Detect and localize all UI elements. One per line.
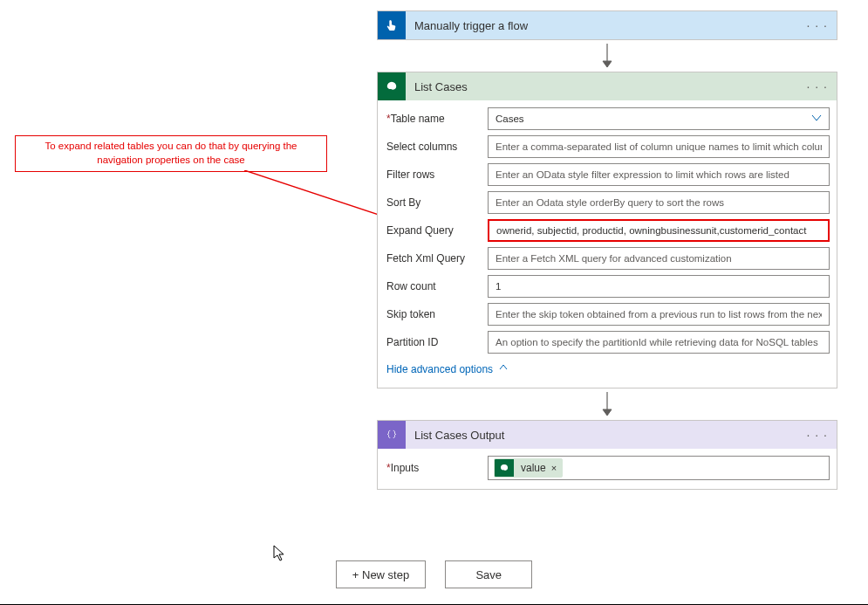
fetch-xml-label: Fetch Xml Query: [385, 252, 488, 265]
flow-connector: [377, 40, 837, 72]
expand-query-label: Expand Query: [385, 224, 488, 237]
list-cases-card[interactable]: List Cases · · · *Table name Select colu…: [377, 72, 837, 388]
partition-id-input[interactable]: [488, 331, 830, 354]
row-count-input[interactable]: [488, 275, 830, 298]
skip-token-label: Skip token: [385, 308, 488, 320]
annotation-text: To expand related tables you can do that…: [24, 140, 318, 167]
trigger-menu[interactable]: · · ·: [798, 18, 837, 32]
skip-token-input[interactable]: [488, 303, 830, 326]
hide-advanced-toggle[interactable]: Hide advanced options: [385, 359, 510, 384]
list-cases-menu[interactable]: · · ·: [798, 79, 837, 93]
list-cases-title: List Cases: [406, 80, 798, 93]
expand-query-input[interactable]: [488, 219, 830, 242]
new-step-button[interactable]: + New step: [336, 560, 426, 588]
chip-remove[interactable]: ×: [551, 463, 562, 473]
filter-rows-input[interactable]: [488, 163, 830, 186]
select-columns-input[interactable]: [488, 135, 830, 158]
partition-id-label: Partition ID: [385, 336, 488, 348]
select-columns-label: Select columns: [385, 141, 488, 153]
trigger-title: Manually trigger a flow: [406, 19, 798, 32]
inputs-field[interactable]: value ×: [488, 456, 830, 480]
chevron-up-icon: [498, 362, 509, 375]
chip-label: value: [514, 462, 551, 474]
flow-connector: [377, 388, 837, 420]
trigger-card[interactable]: Manually trigger a flow · · ·: [377, 10, 837, 40]
annotation-callout: To expand related tables you can do that…: [15, 135, 327, 172]
dataverse-icon: [495, 458, 514, 478]
table-name-label: *Table name: [385, 113, 488, 125]
inputs-label: *Inputs: [385, 462, 488, 474]
braces-icon: [378, 421, 406, 449]
row-count-label: Row count: [385, 280, 488, 292]
dataverse-icon: [378, 72, 406, 100]
fetch-xml-input[interactable]: [488, 247, 830, 270]
filter-rows-label: Filter rows: [385, 168, 488, 181]
sort-by-label: Sort By: [385, 196, 488, 209]
cursor-icon: [273, 545, 287, 565]
output-menu[interactable]: · · ·: [798, 428, 837, 442]
sort-by-input[interactable]: [488, 191, 830, 214]
value-chip[interactable]: value ×: [494, 458, 563, 478]
table-name-select[interactable]: [488, 107, 830, 130]
output-title: List Cases Output: [406, 429, 798, 442]
touch-icon: [378, 11, 406, 39]
advanced-toggle-label: Hide advanced options: [386, 363, 493, 375]
output-card[interactable]: List Cases Output · · · *Inputs value ×: [377, 420, 837, 490]
save-button[interactable]: Save: [445, 560, 532, 588]
